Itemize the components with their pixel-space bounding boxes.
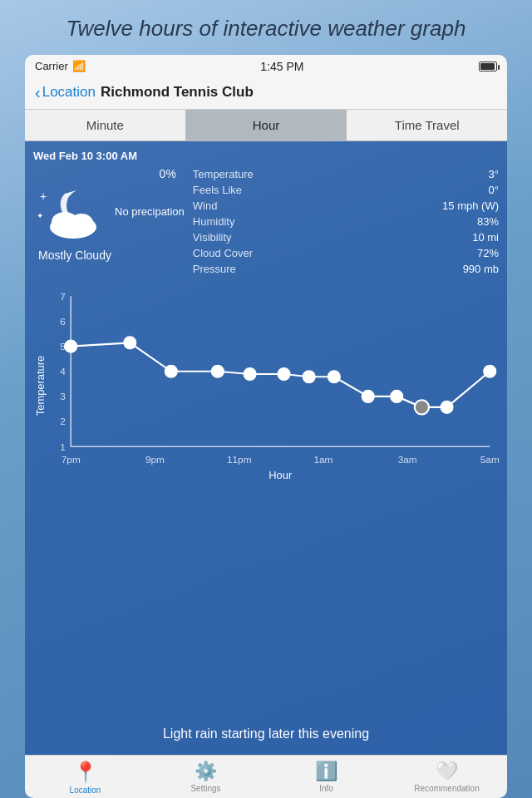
nav-settings-label: Settings — [190, 784, 220, 793]
stat-temperature: Temperature 3° — [193, 167, 499, 181]
svg-point-31 — [391, 390, 403, 402]
location-name: Richmond Tennis Club — [101, 84, 254, 101]
carrier-label: Carrier — [35, 60, 68, 72]
stat-cloud-cover: Cloud Cover 72% — [193, 246, 499, 260]
nav-info-label: Info — [319, 784, 333, 793]
svg-text:3: 3 — [60, 391, 66, 402]
nav-recommendation-label: Recommendation — [414, 784, 479, 793]
tab-hour[interactable]: Hour — [186, 110, 347, 140]
svg-text:3am: 3am — [398, 453, 417, 465]
nav-item-settings[interactable]: ⚙️ Settings — [145, 761, 266, 795]
svg-text:1: 1 — [60, 441, 66, 452]
svg-point-29 — [328, 370, 340, 382]
stat-visibility: Visibility 10 mi — [193, 230, 499, 244]
weather-icon: + ✦ — [33, 184, 108, 242]
svg-point-25 — [211, 365, 224, 377]
svg-text:11pm: 11pm — [227, 453, 252, 465]
svg-text:6: 6 — [60, 316, 66, 328]
svg-point-22 — [65, 340, 77, 352]
svg-text:9pm: 9pm — [145, 453, 165, 465]
svg-text:7: 7 — [60, 290, 66, 302]
forecast-text: Light rain starting later this evening — [33, 720, 499, 746]
tab-minute[interactable]: Minute — [25, 110, 186, 140]
svg-point-32 — [415, 400, 429, 414]
page-caption: Twelve hours of interactive weather grap… — [0, 0, 532, 55]
chevron-left-icon: ‹ — [35, 83, 41, 102]
svg-text:1am: 1am — [313, 453, 332, 465]
phone-frame: Carrier 📶 1:45 PM ‹ Location Richmond Te… — [25, 55, 507, 798]
nav-item-recommendation[interactable]: 🤍 Recommendation — [387, 761, 507, 795]
weather-top-section: 0% + ✦ — [33, 167, 499, 276]
nav-item-info[interactable]: ℹ️ Info — [266, 761, 387, 795]
battery-icon — [479, 62, 497, 71]
svg-text:2: 2 — [60, 416, 66, 427]
settings-icon: ⚙️ — [195, 761, 217, 782]
cloud-icon-area: + ✦ No precipation — [33, 184, 185, 242]
svg-point-28 — [303, 370, 315, 382]
condition-label: Mostly Cloudy — [33, 249, 111, 262]
precip-row: 0% — [160, 167, 176, 180]
svg-text:7pm: 7pm — [62, 453, 81, 465]
tab-bar: Minute Hour Time Travel — [25, 110, 507, 141]
svg-point-30 — [362, 390, 374, 402]
back-button[interactable]: ‹ Location — [35, 83, 96, 102]
no-precip-label: No precipation — [115, 205, 185, 219]
back-location-label: Location — [42, 84, 96, 101]
svg-point-23 — [124, 337, 136, 349]
status-bar: Carrier 📶 1:45 PM — [25, 55, 507, 78]
time-display: 1:45 PM — [260, 60, 303, 73]
app-container: Twelve hours of interactive weather grap… — [0, 0, 532, 798]
svg-text:+: + — [40, 190, 47, 203]
nav-item-location[interactable]: 📍 Location — [25, 761, 145, 795]
weather-left-panel: 0% + ✦ — [33, 167, 185, 276]
chart-svg: Temperature 1 2 3 4 5 6 7 7pm — [33, 286, 499, 485]
nav-location-label: Location — [70, 786, 101, 795]
navigation-bar: ‹ Location Richmond Tennis Club — [25, 78, 507, 110]
precip-percentage: 0% — [160, 167, 176, 180]
stat-pressure: Pressure 990 mb — [193, 262, 499, 276]
stat-humidity: Humidity 83% — [193, 214, 499, 229]
svg-point-33 — [441, 401, 453, 413]
svg-point-24 — [165, 365, 177, 377]
location-icon: 📍 — [73, 761, 98, 784]
weather-datetime: Wed Feb 10 3:00 AM — [33, 150, 499, 162]
heart-icon: 🤍 — [436, 761, 458, 782]
temperature-chart[interactable]: Temperature 1 2 3 4 5 6 7 7pm — [33, 286, 499, 720]
svg-point-26 — [244, 367, 256, 380]
svg-point-34 — [484, 365, 496, 377]
stat-wind: Wind 15 mph (W) — [193, 199, 499, 213]
wifi-icon: 📶 — [72, 60, 86, 72]
weather-stats: Temperature 3° Feels Like 0° Wind 15 mph… — [193, 167, 499, 276]
info-icon: ℹ️ — [315, 761, 337, 782]
main-content: Wed Feb 10 3:00 AM 0% + ✦ — [25, 141, 507, 755]
svg-text:Temperature: Temperature — [34, 356, 47, 416]
svg-text:✦: ✦ — [37, 211, 43, 220]
stat-feels-like: Feels Like 0° — [193, 183, 499, 197]
svg-text:5am: 5am — [480, 453, 499, 465]
bottom-navigation: 📍 Location ⚙️ Settings ℹ️ Info 🤍 Recomme… — [25, 755, 507, 798]
tab-time-travel[interactable]: Time Travel — [347, 110, 507, 140]
svg-point-27 — [278, 367, 290, 380]
svg-text:4: 4 — [60, 366, 66, 377]
svg-point-4 — [70, 214, 93, 232]
svg-text:Hour: Hour — [268, 469, 293, 481]
